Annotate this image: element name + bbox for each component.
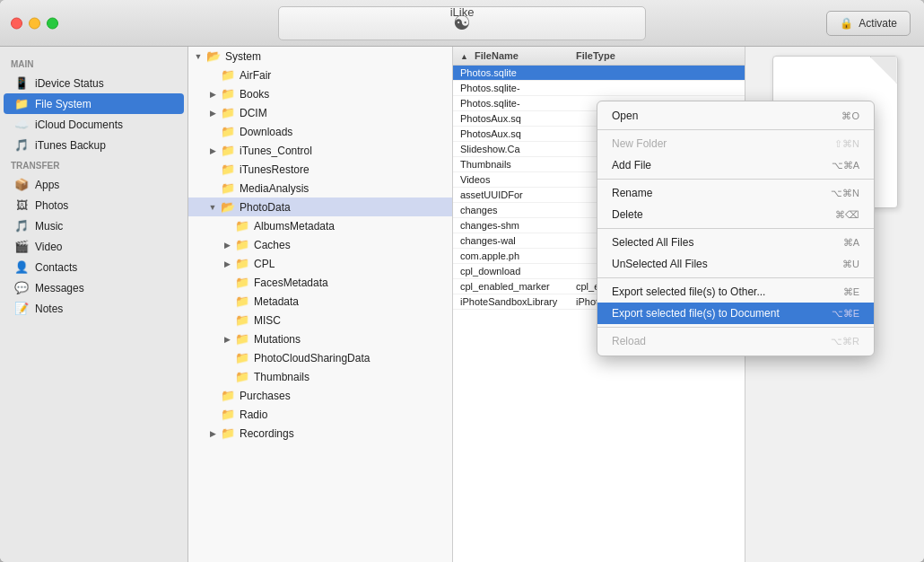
tree-label-radio: Radio [240, 408, 267, 421]
maximize-button[interactable] [47, 17, 58, 29]
tree-item-itunescontrol[interactable]: ▶ 📁 iTunes_Control [188, 141, 452, 160]
music-icon: 🎵 [14, 219, 29, 233]
sidebar-item-idevice[interactable]: 📱 iDevice Status [4, 73, 184, 93]
ctx-rename-shortcut: ⌥⌘N [831, 188, 859, 199]
ctx-reload-label: Reload [612, 335, 646, 347]
spacer [206, 126, 219, 138]
file-row[interactable]: Photos.sqlite- [453, 81, 745, 96]
activate-label: Activate [859, 17, 897, 30]
tree-item-downloads[interactable]: 📁 Downloads [188, 122, 452, 141]
ctx-delete[interactable]: Delete ⌘⌫ [597, 204, 874, 225]
spacer [221, 220, 233, 233]
ctx-separator-2 [597, 179, 874, 180]
ctx-separator-4 [597, 277, 874, 278]
tree-item-thumbnails[interactable]: 📁 Thumbnails [188, 367, 452, 386]
column-filetype: FileType [576, 50, 737, 61]
spacer [206, 163, 219, 176]
icloud-icon: ☁️ [14, 118, 29, 131]
ctx-add-file[interactable]: Add File ⌥⌘A [597, 154, 874, 176]
file-row[interactable]: Photos.sqlite [453, 66, 745, 81]
sidebar-item-icloud[interactable]: ☁️ iCloud Documents [4, 114, 184, 135]
sidebar-item-filesystem[interactable]: 📁 File System [4, 93, 184, 114]
tree-item-dcim[interactable]: ▶ 📁 DCIM [188, 103, 452, 122]
tree-item-itunesrestore[interactable]: 📁 iTunesRestore [188, 160, 452, 179]
messages-icon: 💬 [14, 281, 29, 294]
sidebar-label-icloud: iCloud Documents [35, 119, 123, 131]
filename-column-label: FileName [475, 50, 519, 61]
tree-label-dcim: DCIM [240, 107, 267, 119]
tree-label-caches: Caches [254, 239, 291, 251]
ctx-unselect-all[interactable]: UnSelected All Files ⌘U [597, 253, 874, 275]
sidebar-label-video: Video [35, 241, 62, 253]
tree-item-books[interactable]: ▶ 📁 Books [188, 84, 452, 103]
sidebar-item-photos[interactable]: 🖼 Photos [4, 195, 184, 215]
ctx-export-doc[interactable]: Export selected file(s) to Document ⌥⌘E [597, 303, 874, 324]
sidebar-item-video[interactable]: 🎬 Video [4, 236, 184, 257]
sidebar-item-music[interactable]: 🎵 Music [4, 215, 184, 236]
titlebar: iLike ☯ 🔒 Activate [0, 0, 924, 47]
ctx-reload[interactable]: Reload ⌥⌘R [597, 330, 874, 352]
sidebar-item-itunes[interactable]: 🎵 iTunes Backup [4, 135, 184, 155]
tree-item-label: System [225, 50, 261, 63]
idevice-icon: 📱 [14, 76, 29, 90]
file-browser: ▼ 📂 System 📁 AirFair ▶ 📁 Books ▶ [188, 47, 924, 562]
ctx-export-other-shortcut: ⌘E [843, 286, 859, 298]
close-button[interactable] [11, 17, 22, 29]
spacer [221, 277, 233, 289]
tree-item-photocloudsharingdata[interactable]: 📁 PhotoCloudSharingData [188, 348, 452, 367]
ctx-unselect-all-label: UnSelected All Files [612, 258, 708, 270]
sidebar-item-messages[interactable]: 💬 Messages [4, 277, 184, 298]
file-corner [870, 57, 897, 83]
ctx-open-shortcut: ⌘O [841, 110, 859, 122]
folder-icon: 📁 [221, 68, 235, 82]
folder-icon: 📁 [221, 389, 235, 402]
tree-label-itunescontrol: iTunes_Control [240, 145, 312, 157]
tree-root-system[interactable]: ▼ 📂 System [188, 47, 452, 66]
ctx-export-doc-label: Export selected file(s) to Document [612, 307, 780, 320]
tree-item-metadata[interactable]: 📁 Metadata [188, 292, 452, 311]
tree-label-metadata: Metadata [254, 295, 299, 308]
tree-item-recordings[interactable]: ▶ 📁 Recordings [188, 424, 452, 443]
spacer [221, 352, 233, 364]
ctx-separator-1 [597, 129, 874, 130]
ctx-export-doc-shortcut: ⌥⌘E [832, 308, 859, 320]
ctx-select-all[interactable]: Selected All Files ⌘A [597, 232, 874, 253]
tree-item-photodata[interactable]: ▼ 📂 PhotoData [188, 198, 452, 216]
notes-icon: 📝 [14, 302, 29, 315]
contacts-icon: 👤 [14, 260, 29, 274]
sidebar-label-itunes: iTunes Backup [35, 139, 106, 152]
sidebar-label-music: Music [35, 220, 63, 233]
tree-item-albumsmetadata[interactable]: 📁 AlbumsMetadata [188, 216, 452, 235]
tree-item-misc[interactable]: 📁 MISC [188, 311, 452, 329]
tree-item-airfair[interactable]: 📁 AirFair [188, 66, 452, 84]
tree-label-photodata: PhotoData [240, 201, 291, 214]
tree-label-itunesrestore: iTunesRestore [240, 163, 309, 176]
tree-item-cpl[interactable]: ▶ 📁 CPL [188, 254, 452, 273]
ctx-export-other[interactable]: Export selected file(s) to Other... ⌘E [597, 281, 874, 303]
tree-item-purchases[interactable]: 📁 Purchases [188, 386, 452, 405]
ctx-separator-5 [597, 327, 874, 328]
traffic-lights [11, 17, 58, 29]
tree-item-mutations[interactable]: ▶ 📁 Mutations [188, 329, 452, 348]
sidebar-label-apps: Apps [35, 179, 59, 191]
tree-label-photocloudsharingdata: PhotoCloudSharingData [254, 352, 370, 364]
tree-label-albumsmetadata: AlbumsMetadata [254, 220, 335, 233]
ctx-open[interactable]: Open ⌘O [597, 105, 874, 127]
ctx-new-folder[interactable]: New Folder ⇧⌘N [597, 133, 874, 154]
sidebar-item-apps[interactable]: 📦 Apps [4, 174, 184, 195]
sidebar-item-contacts[interactable]: 👤 Contacts [4, 257, 184, 277]
tree-label-recordings: Recordings [240, 427, 294, 440]
minimize-button[interactable] [29, 17, 40, 29]
tree-item-radio[interactable]: 📁 Radio [188, 405, 452, 424]
sidebar-item-notes[interactable]: 📝 Notes [4, 298, 184, 319]
ctx-select-all-label: Selected All Files [612, 236, 693, 249]
column-filename: ▲ FileName [460, 50, 576, 61]
tree-item-facesmetadata[interactable]: 📁 FacesMetadata [188, 273, 452, 292]
ctx-rename[interactable]: Rename ⌥⌘N [597, 182, 874, 204]
filetype-column-label: FileType [576, 50, 615, 61]
tree-item-mediaanalysis[interactable]: 📁 MediaAnalysis [188, 179, 452, 198]
activate-button[interactable]: 🔒 Activate [826, 11, 911, 36]
ctx-rename-label: Rename [612, 187, 652, 199]
tree-item-caches[interactable]: ▶ 📁 Caches [188, 235, 452, 254]
ctx-delete-label: Delete [612, 208, 643, 221]
